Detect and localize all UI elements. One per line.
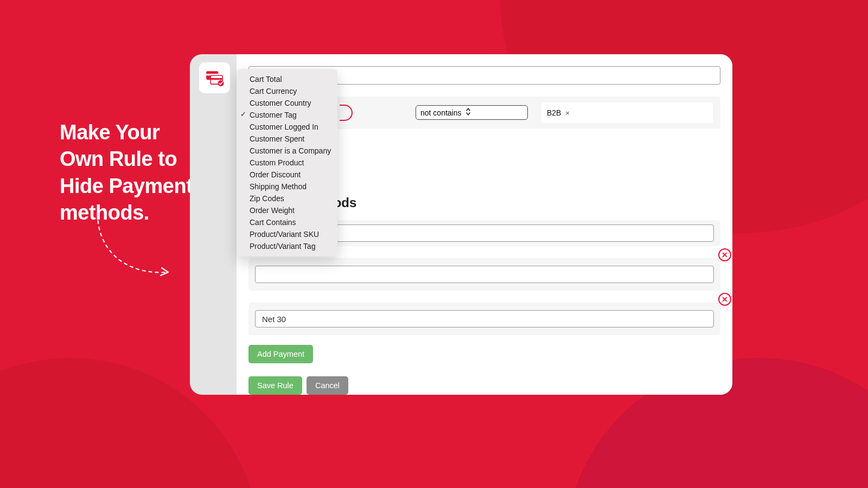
settings-panel: B2B × hods Cart TotalCart CurrencyCustom… <box>190 54 732 395</box>
payment-row: ✕ <box>248 303 720 335</box>
dropdown-item-label: Custom Product <box>250 158 304 167</box>
payment-input[interactable] <box>255 266 714 283</box>
close-icon: ✕ <box>722 295 728 304</box>
operator-select[interactable] <box>416 105 528 120</box>
dropdown-item-label: Customer Spent <box>250 134 304 143</box>
dropdown-item[interactable]: Cart Contains <box>237 216 337 228</box>
svg-rect-3 <box>210 78 222 80</box>
dropdown-item[interactable]: Customer Country <box>237 97 337 109</box>
dropdown-item[interactable]: Shipping Method <box>237 181 337 192</box>
dropdown-item[interactable]: Cart Currency <box>237 85 337 97</box>
dropdown-item[interactable]: Customer Logged In <box>237 121 337 133</box>
promo-headline: Make Your Own Rule to Hide Payment metho… <box>60 119 201 227</box>
app-logo-icon <box>199 62 230 93</box>
dropdown-item[interactable]: Customer Spent <box>237 133 337 145</box>
dropdown-item-label: Customer Logged In <box>250 123 318 131</box>
remove-payment-button[interactable]: ✕ <box>718 248 731 261</box>
dropdown-item-label: Cart Total <box>250 75 282 84</box>
dropdown-item[interactable]: Order Discount <box>237 169 337 181</box>
tag-input-area[interactable]: B2B × <box>541 102 713 123</box>
dropdown-item-label: Order Discount <box>250 170 301 179</box>
remove-payment-button[interactable]: ✕ <box>718 293 731 306</box>
tag-chip-label: B2B <box>547 108 561 117</box>
dropdown-item[interactable]: Zip Codes <box>237 192 337 204</box>
dropdown-item-label: Shipping Method <box>250 182 307 191</box>
dropdown-item[interactable]: Order Weight <box>237 204 337 216</box>
close-icon: ✕ <box>722 251 728 259</box>
dropdown-item[interactable]: Product/Variant SKU <box>237 228 337 240</box>
dropdown-item[interactable]: Cart Total <box>237 73 337 85</box>
dropdown-item-label: Customer Tag <box>250 111 297 119</box>
condition-field-dropdown[interactable]: Cart TotalCart CurrencyCustomer Country✓… <box>237 69 337 256</box>
save-rule-button[interactable]: Save Rule <box>248 376 302 395</box>
dropdown-item-label: Product/Variant Tag <box>250 242 316 251</box>
add-payment-button[interactable]: Add Payment <box>248 345 313 363</box>
dropdown-item[interactable]: Product/Variant Tag <box>237 240 337 252</box>
cancel-button[interactable]: Cancel <box>307 376 348 395</box>
panel-content: B2B × hods Cart TotalCart CurrencyCustom… <box>237 54 732 395</box>
tag-chip[interactable]: B2B × <box>547 108 570 117</box>
payment-row: ✕ <box>248 258 720 291</box>
dropdown-item-label: Customer Country <box>250 99 311 107</box>
dropdown-item-label: Customer is a Company <box>250 146 331 155</box>
remove-tag-icon[interactable]: × <box>565 109 570 117</box>
payment-input[interactable] <box>255 310 714 328</box>
check-icon: ✓ <box>240 110 246 118</box>
dropdown-item-label: Cart Contains <box>250 218 296 227</box>
condition-field-pill-edge <box>340 105 353 121</box>
dropdown-item[interactable]: Custom Product <box>237 157 337 169</box>
dropdown-item[interactable]: Customer is a Company <box>237 145 337 157</box>
dropdown-item-label: Zip Codes <box>250 194 284 203</box>
stage: Make Your Own Rule to Hide Payment metho… <box>0 0 868 488</box>
dropdown-item-label: Order Weight <box>250 206 295 215</box>
dropdown-item-label: Product/Variant SKU <box>250 230 319 239</box>
dropdown-item-label: Cart Currency <box>250 87 297 95</box>
dropdown-item[interactable]: ✓Customer Tag <box>237 109 337 121</box>
